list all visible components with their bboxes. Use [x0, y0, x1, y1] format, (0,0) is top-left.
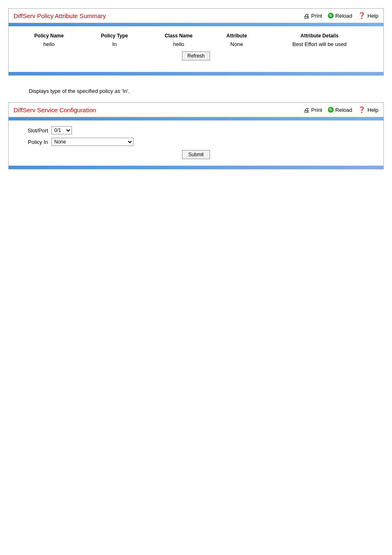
summary-table: Policy Name Policy Type Class Name Attri…: [15, 31, 377, 61]
help-label: Help: [367, 13, 378, 19]
service-configuration-panel: DiffServ Service Configuration 🖨 Print ↻…: [8, 102, 384, 169]
panel2-reload-icon: ↻: [328, 107, 334, 113]
panel1-toolbar: 🖨 Print ↻ Reload ❓ Help: [303, 12, 378, 19]
panel2-blue-bar-bottom: [9, 166, 383, 169]
panel2-header: DiffServ Service Configuration 🖨 Print ↻…: [9, 103, 383, 117]
col-header-class-name: Class Name: [146, 31, 211, 40]
policy-in-select[interactable]: None: [51, 138, 134, 146]
panel2-toolbar: 🖨 Print ↻ Reload ❓ Help: [303, 106, 378, 113]
print-icon: 🖨: [303, 12, 309, 19]
panel2-print-icon: 🖨: [303, 106, 309, 113]
col-header-attribute-details: Attribute Details: [262, 31, 377, 40]
slot-port-row: Slot/Port 0/1: [15, 126, 377, 134]
cell-attribute-details: Best Effort will be used: [262, 40, 377, 48]
submit-button[interactable]: Submit: [182, 150, 210, 159]
panel2-reload-button[interactable]: ↻ Reload: [328, 107, 352, 113]
help-button[interactable]: ❓ Help: [358, 12, 378, 19]
col-header-attribute: Attribute: [211, 31, 262, 40]
panel1-title: DiffServ Policy Attribute Summary: [14, 12, 106, 19]
config-form: Slot/Port 0/1 Policy In None Submit: [9, 120, 383, 166]
col-header-policy-type: Policy Type: [83, 31, 146, 40]
panel2-print-button[interactable]: 🖨 Print: [303, 106, 322, 113]
panel1-content: Policy Name Policy Type Class Name Attri…: [9, 26, 383, 72]
policy-in-row: Policy In None: [15, 138, 377, 146]
refresh-row: Refresh: [15, 48, 377, 61]
help-icon: ❓: [358, 12, 366, 19]
print-label: Print: [311, 13, 322, 19]
panel2-blue-bar-top: [9, 117, 383, 120]
panel2-help-label: Help: [367, 107, 378, 113]
table-row: hello In hello None Best Effort will be …: [15, 40, 377, 48]
reload-label: Reload: [335, 13, 352, 19]
description-text: Displays type of the specified policy as…: [29, 88, 363, 94]
panel1-blue-bar-top: [9, 23, 383, 26]
policy-in-label: Policy In: [15, 139, 48, 145]
panel2-print-label: Print: [311, 107, 322, 113]
reload-icon: ↻: [328, 13, 334, 18]
slot-port-label: Slot/Port: [15, 127, 48, 134]
col-header-policy-name: Policy Name: [15, 31, 83, 40]
policy-attribute-summary-panel: DiffServ Policy Attribute Summary 🖨 Prin…: [8, 8, 384, 76]
cell-policy-type: In: [83, 40, 146, 48]
print-button[interactable]: 🖨 Print: [303, 12, 322, 19]
reload-button[interactable]: ↻ Reload: [328, 13, 352, 19]
cell-attribute: None: [211, 40, 262, 48]
cell-policy-name: hello: [15, 40, 83, 48]
panel1-blue-bar-bottom: [9, 72, 383, 75]
panel2-help-button[interactable]: ❓ Help: [358, 106, 378, 113]
refresh-button[interactable]: Refresh: [182, 51, 210, 60]
panel2-title: DiffServ Service Configuration: [14, 106, 96, 113]
panel2-help-icon: ❓: [358, 106, 366, 113]
panel2-reload-label: Reload: [335, 107, 352, 113]
cell-class-name: hello: [146, 40, 211, 48]
panel1-header: DiffServ Policy Attribute Summary 🖨 Prin…: [9, 9, 383, 23]
slot-port-select[interactable]: 0/1: [51, 126, 72, 134]
refresh-cell: Refresh: [15, 48, 377, 61]
